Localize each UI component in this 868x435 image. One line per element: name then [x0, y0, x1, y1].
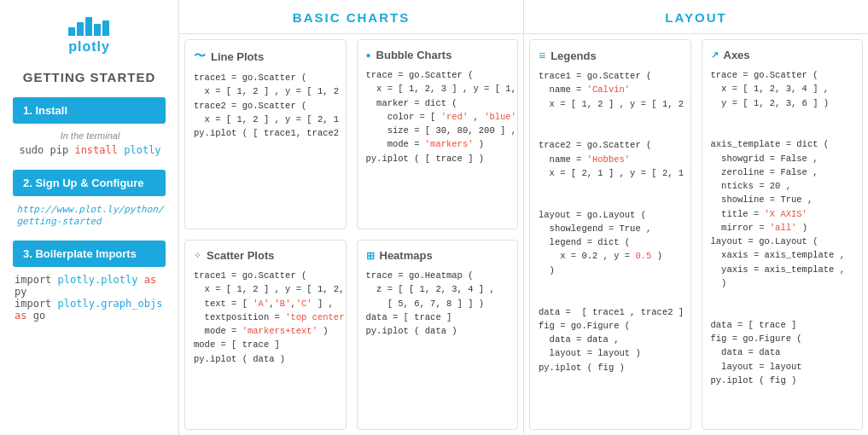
- install-desc: In the terminal: [59, 130, 120, 141]
- basic-charts-grid: 〜 Line Plots trace1 = go.Scatter ( x = […: [179, 34, 523, 435]
- axes-icon: ↗: [711, 49, 719, 61]
- line-plots-card: 〜 Line Plots trace1 = go.Scatter ( x = […: [184, 39, 347, 229]
- logo-text: plotly: [68, 39, 110, 55]
- heatmaps-icon: ⊞: [366, 250, 375, 262]
- logo-area: plotly: [68, 17, 110, 55]
- line-plots-icon: 〜: [194, 49, 206, 64]
- main-content: BASIC CHARTS 〜 Line Plots trace1 = go.Sc…: [179, 0, 868, 435]
- layout-header: LAYOUT: [524, 0, 868, 34]
- bubble-charts-title: ● Bubble Charts: [366, 49, 510, 61]
- axes-title: ↗ Axes: [711, 49, 854, 61]
- bubble-charts-code: trace = go.Scatter ( x = [ 1, 2, 3 ] , y…: [366, 68, 510, 165]
- layout-grid: ≡ Legends trace1 = go.Scatter ( name = '…: [524, 34, 868, 435]
- heatmaps-label: Heatmaps: [380, 249, 433, 262]
- line-plots-code: trace1 = go.Scatter ( x = [ 1, 2 ] , y =…: [194, 71, 337, 140]
- legends-label: Legends: [551, 49, 596, 62]
- legends-icon: ≡: [539, 49, 545, 62]
- install-button[interactable]: 1. Install: [13, 97, 166, 124]
- boilerplate-button[interactable]: 3. Boilerplate Imports: [13, 241, 166, 267]
- sidebar: plotly GETTING STARTED 1. Install In the…: [0, 0, 179, 435]
- bubble-charts-card: ● Bubble Charts trace = go.Scatter ( x =…: [357, 39, 519, 229]
- getting-started-title: GETTING STARTED: [23, 70, 156, 84]
- bubble-charts-icon: ●: [366, 50, 371, 60]
- basic-charts-header: BASIC CHARTS: [179, 0, 523, 34]
- heatmaps-code: trace = go.Heatmap ( z = [ [ 1, 2, 3, 4 …: [366, 269, 510, 338]
- signup-button[interactable]: 2. Sign Up & Configure: [13, 170, 166, 196]
- sections-row: BASIC CHARTS 〜 Line Plots trace1 = go.Sc…: [179, 0, 868, 435]
- legends-card: ≡ Legends trace1 = go.Scatter ( name = '…: [529, 39, 691, 430]
- boilerplate-code: import plotly.plotly as py import plotly…: [13, 274, 166, 322]
- scatter-plots-icon: ⁘: [194, 251, 201, 260]
- logo-icon: [68, 17, 109, 36]
- scatter-plots-code: trace1 = go.Scatter ( x = [ 1, 2 ] , y =…: [194, 269, 337, 366]
- heatmaps-card: ⊞ Heatmaps trace = go.Heatmap ( z = [ [ …: [357, 240, 519, 430]
- scatter-plots-card: ⁘ Scatter Plots trace1 = go.Scatter ( x …: [184, 240, 347, 430]
- install-code: sudo pip install plotly: [17, 144, 160, 156]
- axes-label: Axes: [724, 49, 750, 61]
- line-plots-title: 〜 Line Plots: [194, 49, 337, 64]
- legends-code: trace1 = go.Scatter ( name = 'Calvin' x …: [539, 69, 682, 374]
- axes-card: ↗ Axes trace = go.Scatter ( x = [ 1, 2, …: [702, 39, 864, 430]
- signup-link: http://www.plot.ly/python/getting-starte…: [15, 203, 163, 227]
- bubble-charts-label: Bubble Charts: [376, 49, 452, 61]
- heatmaps-title: ⊞ Heatmaps: [366, 249, 510, 262]
- signup-link-anchor[interactable]: http://www.plot.ly/python/getting-starte…: [16, 204, 163, 227]
- scatter-plots-label: Scatter Plots: [207, 249, 274, 262]
- basic-charts-section: BASIC CHARTS 〜 Line Plots trace1 = go.Sc…: [179, 0, 524, 435]
- layout-section: LAYOUT ≡ Legends trace1 = go.Scatter ( n…: [524, 0, 868, 435]
- axes-code: trace = go.Scatter ( x = [ 1, 2, 3, 4 ] …: [711, 68, 854, 387]
- scatter-plots-title: ⁘ Scatter Plots: [194, 249, 337, 262]
- legends-title: ≡ Legends: [539, 49, 682, 62]
- line-plots-label: Line Plots: [211, 50, 264, 63]
